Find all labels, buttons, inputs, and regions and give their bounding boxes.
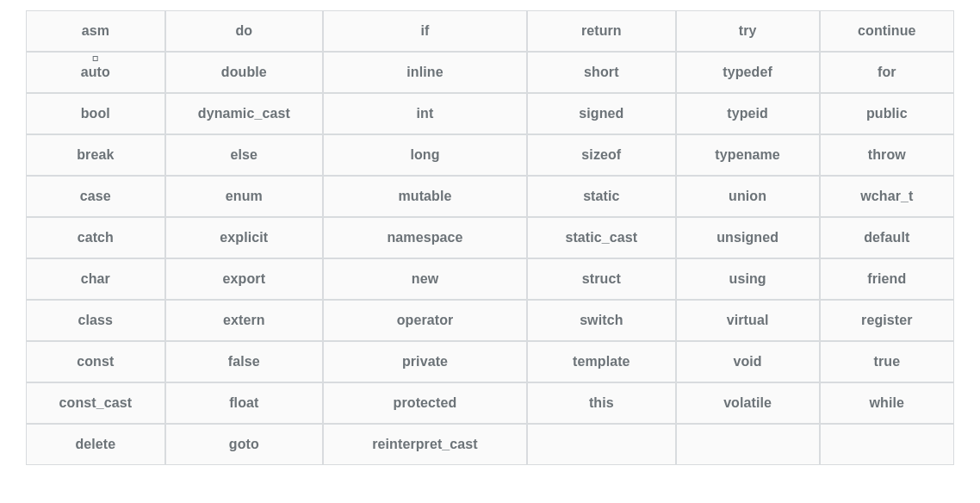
table-row: asm do if return try continue [26,10,954,52]
table-cell: if [323,10,527,52]
table-cell: bool [26,93,165,134]
cell-text: while [870,395,905,410]
table-cell: do [165,10,323,52]
cell-text: static_cast [565,230,637,245]
table-row: auto double inline short typedef for [26,52,954,93]
table-cell: private [323,341,527,382]
cell-text: union [729,189,766,203]
cell-text: true [874,354,901,369]
table-cell: volatile [676,382,820,424]
table-cell: false [165,341,323,382]
cell-text: register [861,313,913,327]
table-row: class extern operator switch virtual reg… [26,300,954,341]
cell-text: export [223,271,266,286]
table-cell: this [527,382,675,424]
table-cell: dynamic_cast [165,93,323,134]
table-cell: register [820,300,954,341]
table-cell: class [26,300,165,341]
cell-text: inline [406,65,443,79]
cell-text: mutable [398,189,451,203]
cell-text: break [77,147,114,162]
cell-text: virtual [727,313,769,327]
cell-text: return [581,23,622,38]
cell-text: using [729,271,766,286]
cell-text: signed [579,106,623,121]
cell-text: asm [82,23,109,38]
table-cell: struct [527,258,675,300]
table-row: catch explicit namespace static_cast uns… [26,217,954,258]
table-body: asm do if return try continue auto doubl… [26,10,954,465]
table-cell: try [676,10,820,52]
table-cell-empty [527,424,675,465]
cell-text: sizeof [581,147,621,162]
table-cell: int [323,93,527,134]
marker-square-icon [93,56,98,61]
table-cell: reinterpret_cast [323,424,527,465]
table-cell: typedef [676,52,820,93]
table-cell: explicit [165,217,323,258]
table-cell: union [676,176,820,217]
table-cell: default [820,217,954,258]
cell-text: long [410,147,439,162]
cell-text: for [878,65,896,79]
cell-text: reinterpret_cast [372,437,478,451]
cell-text: auto [81,65,110,79]
table-cell: float [165,382,323,424]
cell-text: this [589,395,614,410]
cell-text: dynamic_cast [198,106,290,121]
table-cell: friend [820,258,954,300]
cell-text: bool [81,106,110,121]
cell-text: try [739,23,757,38]
table-cell: for [820,52,954,93]
cell-text: struct [582,271,621,286]
cell-text: static [583,189,619,203]
cell-text: short [584,65,619,79]
cell-text: char [81,271,110,286]
cell-text: typeid [727,106,768,121]
table-cell: unsigned [676,217,820,258]
table-cell: virtual [676,300,820,341]
cell-text: namespace [387,230,462,245]
table-cell: case [26,176,165,217]
cell-text: const_cast [59,395,133,410]
table-cell: protected [323,382,527,424]
table-cell: goto [165,424,323,465]
table-cell: catch [26,217,165,258]
cell-text: default [864,230,909,245]
cell-text: enum [226,189,263,203]
table-cell: enum [165,176,323,217]
table-row: char export new struct using friend [26,258,954,300]
cell-text: false [228,354,260,369]
table-cell: delete [26,424,165,465]
cell-text: do [235,23,252,38]
cell-text: extern [223,313,265,327]
table-row: delete goto reinterpret_cast [26,424,954,465]
cell-text: wchar_t [860,189,913,203]
table-cell: const [26,341,165,382]
cell-text: volatile [723,395,772,410]
cell-text: else [231,147,258,162]
table-row: const false private template void true [26,341,954,382]
cell-text: const [77,354,114,369]
table-cell-empty [820,424,954,465]
table-cell-empty [676,424,820,465]
cell-text: unsigned [716,230,778,245]
cell-text: double [221,65,267,79]
table-cell: namespace [323,217,527,258]
table-cell: extern [165,300,323,341]
table-cell: mutable [323,176,527,217]
table-cell: long [323,134,527,176]
cell-text: friend [867,271,906,286]
table-cell: export [165,258,323,300]
table-cell: break [26,134,165,176]
cell-text: typedef [723,65,772,79]
cell-text: if [421,23,430,38]
table-cell: using [676,258,820,300]
table-cell: double [165,52,323,93]
table-cell: while [820,382,954,424]
cell-text: template [573,354,630,369]
cell-text: void [733,354,761,369]
table-row: bool dynamic_cast int signed typeid publ… [26,93,954,134]
table-cell: switch [527,300,675,341]
table-cell: sizeof [527,134,675,176]
